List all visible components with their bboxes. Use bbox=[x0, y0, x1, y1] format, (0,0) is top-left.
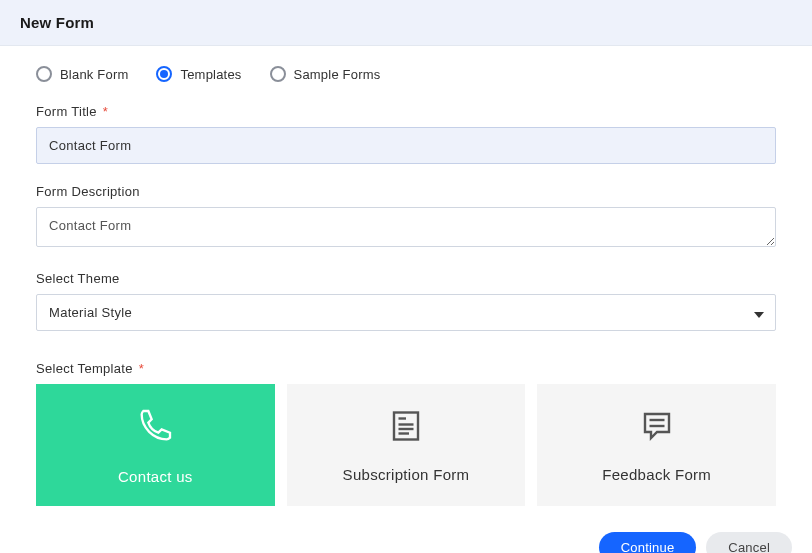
form-title-input[interactable] bbox=[36, 127, 776, 164]
continue-button[interactable]: Continue bbox=[599, 532, 697, 553]
template-grid: Contact us Subscription Form bbox=[36, 384, 776, 506]
select-template-label: Select Template * bbox=[36, 361, 776, 376]
template-card-label: Contact us bbox=[118, 468, 193, 485]
required-mark: * bbox=[139, 361, 144, 376]
form-description-label: Form Description bbox=[36, 184, 776, 199]
dialog-content: Blank Form Templates Sample Forms Form T… bbox=[0, 46, 812, 522]
template-card-label: Feedback Form bbox=[602, 466, 711, 483]
label-text: Form Title bbox=[36, 104, 97, 119]
template-card-feedback-form[interactable]: Feedback Form bbox=[537, 384, 776, 506]
radio-icon bbox=[270, 66, 286, 82]
radio-icon bbox=[36, 66, 52, 82]
select-theme-field: Select Theme Material Style bbox=[36, 271, 776, 331]
document-icon bbox=[388, 408, 424, 448]
template-card-subscription-form[interactable]: Subscription Form bbox=[287, 384, 526, 506]
radio-templates[interactable]: Templates bbox=[156, 66, 241, 82]
phone-icon bbox=[135, 406, 175, 450]
select-theme-wrapper: Material Style bbox=[36, 294, 776, 331]
radio-label: Blank Form bbox=[60, 67, 128, 82]
select-template-field: Select Template * Contact us bbox=[36, 361, 776, 506]
cancel-button[interactable]: Cancel bbox=[706, 532, 792, 553]
svg-rect-0 bbox=[394, 412, 418, 439]
form-description-field: Form Description bbox=[36, 184, 776, 251]
dialog-title: New Form bbox=[20, 14, 792, 31]
required-mark: * bbox=[103, 104, 108, 119]
radio-blank-form[interactable]: Blank Form bbox=[36, 66, 128, 82]
template-card-label: Subscription Form bbox=[343, 466, 470, 483]
radio-label: Sample Forms bbox=[294, 67, 381, 82]
label-text: Select Template bbox=[36, 361, 133, 376]
radio-label: Templates bbox=[180, 67, 241, 82]
form-type-radio-group: Blank Form Templates Sample Forms bbox=[36, 66, 776, 82]
form-title-label: Form Title * bbox=[36, 104, 776, 119]
dialog-footer: Continue Cancel bbox=[0, 532, 812, 553]
dialog-header: New Form bbox=[0, 0, 812, 46]
chat-icon bbox=[639, 408, 675, 448]
form-description-input[interactable] bbox=[36, 207, 776, 247]
template-card-contact-us[interactable]: Contact us bbox=[36, 384, 275, 506]
radio-icon bbox=[156, 66, 172, 82]
radio-sample-forms[interactable]: Sample Forms bbox=[270, 66, 381, 82]
select-theme-label: Select Theme bbox=[36, 271, 776, 286]
select-theme-input[interactable]: Material Style bbox=[36, 294, 776, 331]
form-title-field: Form Title * bbox=[36, 104, 776, 164]
